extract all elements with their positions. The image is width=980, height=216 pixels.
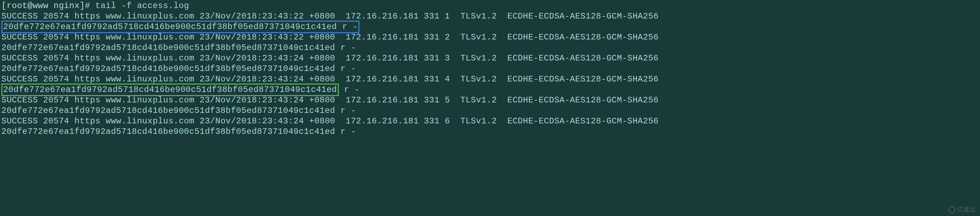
watermark: 亿速云 — [948, 205, 976, 214]
log-line-6b: 20dfe772e67ea1fd9792ad5718cd416be900c51d… — [2, 126, 978, 137]
highlighted-session-green: 20dfe772e67ea1fd9792ad5718cd416be900c51d… — [2, 84, 339, 96]
shell-prompt: [root@www nginx]# — [2, 1, 95, 11]
session-suffix: r - — [335, 64, 356, 73]
command-prompt-line: [root@www nginx]# tail -f access.log — [2, 1, 978, 11]
log-line-4a: SUCCESS 20574 https www.linuxplus.com 23… — [2, 74, 978, 85]
session-suffix: r - — [335, 127, 356, 136]
log-line-3a: SUCCESS 20574 https www.linuxplus.com 23… — [2, 53, 978, 64]
log-line-5b: 20dfe772e67ea1fd9792ad5718cd416be900c51d… — [2, 106, 978, 116]
watermark-logo-icon — [948, 206, 956, 213]
session-suffix: r - — [335, 106, 356, 115]
session-hash: 20dfe772e67ea1fd9792ad5718cd416be900c51d… — [2, 127, 335, 136]
log-line-5a: SUCCESS 20574 https www.linuxplus.com 23… — [2, 95, 978, 106]
log-line-1b: 20dfe772e67ea1fd9792ad5718cd416be900c51d… — [2, 22, 978, 32]
watermark-text: 亿速云 — [957, 206, 976, 213]
session-hash: 20dfe772e67ea1fd9792ad5718cd416be900c51d… — [2, 64, 335, 73]
command-text: tail -f access.log — [95, 1, 189, 11]
session-suffix: r - — [339, 85, 360, 95]
log-line-1a: SUCCESS 20574 https www.linuxplus.com 23… — [2, 11, 978, 22]
session-suffix: r - — [335, 43, 356, 52]
session-hash: 20dfe772e67ea1fd9792ad5718cd416be900c51d… — [2, 106, 335, 115]
log-line-4b: 20dfe772e67ea1fd9792ad5718cd416be900c51d… — [2, 85, 978, 95]
log-line-2b: 20dfe772e67ea1fd9792ad5718cd416be900c51d… — [2, 43, 978, 53]
log-line-3b: 20dfe772e67ea1fd9792ad5718cd416be900c51d… — [2, 64, 978, 74]
highlighted-session-blue: 20dfe772e67ea1fd9792ad5718cd416be900c51d… — [2, 20, 360, 33]
log-line-2a: SUCCESS 20574 https www.linuxplus.com 23… — [2, 32, 978, 43]
log-line-6a: SUCCESS 20574 https www.linuxplus.com 23… — [2, 116, 978, 126]
session-hash: 20dfe772e67ea1fd9792ad5718cd416be900c51d… — [2, 43, 335, 52]
